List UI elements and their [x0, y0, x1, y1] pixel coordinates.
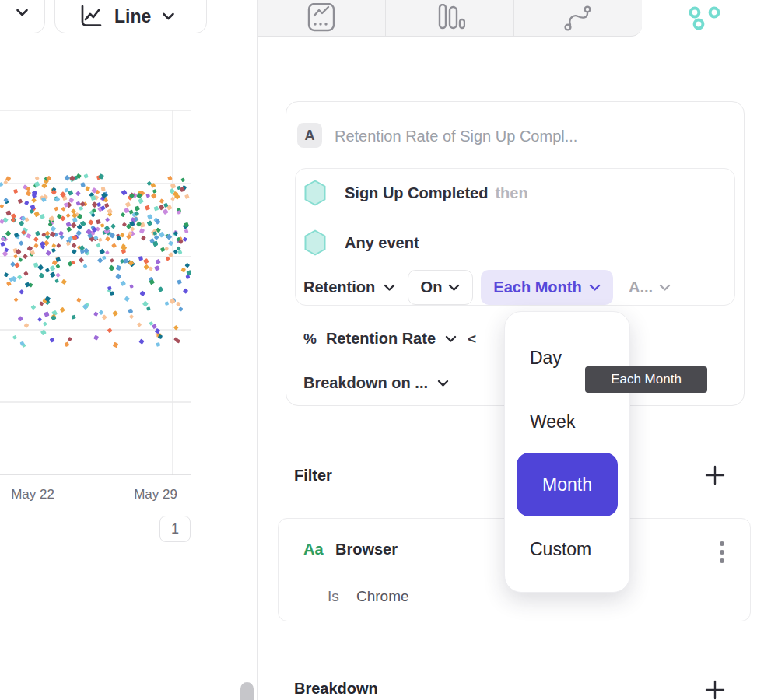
query-letter-badge: A: [297, 123, 322, 148]
flow-stream-icon: [562, 4, 594, 33]
dropdown-item-month-selected[interactable]: Month: [517, 453, 618, 516]
breakdown-section-heading: Breakdown: [294, 680, 378, 698]
measure-dropdown[interactable]: % Retention Rate <: [303, 330, 476, 348]
add-breakdown-button[interactable]: [705, 680, 725, 700]
scrollbar-thumb[interactable]: [240, 682, 254, 700]
kebab-menu-icon[interactable]: [714, 538, 730, 568]
chart-page-indicator[interactable]: 1: [159, 516, 191, 542]
filter-operator[interactable]: Is: [328, 588, 339, 605]
query-title[interactable]: Retention Rate of Sign Up Compl...: [335, 128, 577, 145]
insights-chart-icon: [307, 3, 336, 34]
chevron-down-icon: [384, 284, 395, 292]
event-1-name: Sign Up Completed: [345, 184, 488, 201]
event-hexagon-icon: [303, 180, 327, 206]
month-label: Month: [542, 474, 592, 495]
breakdown-on-label: Breakdown on ...: [303, 374, 428, 392]
interval-dropdown-menu: Day Week Month Custom: [504, 311, 630, 593]
tooltip-text: Each Month: [611, 372, 682, 387]
tab-bars[interactable]: [385, 0, 513, 37]
tab-flows[interactable]: [513, 0, 642, 37]
on-dropdown[interactable]: On: [408, 270, 473, 305]
scatter-dots-icon: [685, 6, 721, 31]
interval-label: Each Month: [493, 278, 581, 296]
panel-divider: [257, 0, 258, 700]
collapsed-toolbar-button[interactable]: [0, 0, 45, 33]
property-type-badge: Aa: [303, 541, 324, 558]
tab-retention-selected[interactable]: [642, 0, 764, 37]
event-step-2[interactable]: Any event: [345, 234, 419, 252]
dropdown-item-day[interactable]: Day: [530, 348, 562, 369]
chevron-down-icon: [16, 9, 29, 17]
overflow-dropdown[interactable]: A...: [629, 278, 671, 296]
retention-scatter-chart: [0, 109, 191, 475]
page-number: 1: [171, 521, 179, 537]
filter-value[interactable]: Chrome: [356, 588, 409, 605]
breakdown-on-dropdown[interactable]: Breakdown on ...: [303, 374, 449, 392]
chevron-down-icon: [162, 12, 175, 21]
event-1-suffix: then: [495, 184, 527, 201]
line-chart-icon: [77, 4, 103, 30]
retention-mode-dropdown[interactable]: Retention: [303, 278, 395, 296]
x-axis-label: May 22: [11, 487, 54, 502]
x-axis-label: May 29: [134, 487, 177, 502]
filter-property-name[interactable]: Browser: [335, 541, 398, 558]
stepper-left-arrow[interactable]: <: [468, 331, 476, 348]
filter-section-heading: Filter: [294, 467, 332, 485]
bar-columns-icon: [434, 4, 465, 33]
overflow-label: A...: [629, 278, 653, 296]
measure-label: Retention Rate: [326, 330, 436, 348]
event-hexagon-icon: [303, 229, 327, 256]
query-letter: A: [305, 128, 315, 144]
horizontal-divider: [0, 579, 257, 579]
tab-insights[interactable]: [258, 0, 385, 37]
dropdown-item-custom[interactable]: Custom: [530, 539, 591, 560]
chevron-down-icon: [448, 284, 460, 292]
chart-type-label: Line: [114, 6, 151, 27]
add-filter-button[interactable]: [705, 465, 725, 485]
event-2-name: Any event: [345, 234, 419, 251]
chevron-down-icon: [437, 380, 449, 387]
chart-type-button[interactable]: Line: [54, 0, 207, 33]
on-label: On: [421, 278, 443, 296]
chevron-down-icon: [589, 284, 601, 292]
interval-dropdown-trigger[interactable]: Each Month: [481, 270, 613, 305]
chevron-down-icon: [445, 335, 457, 343]
chevron-down-icon: [659, 284, 671, 292]
event-step-1[interactable]: Sign Up Completedthen: [345, 184, 528, 202]
tooltip: Each Month: [585, 366, 707, 393]
dropdown-item-week[interactable]: Week: [530, 411, 575, 432]
percent-icon: %: [303, 331, 317, 348]
retention-mode-label: Retention: [303, 278, 375, 296]
